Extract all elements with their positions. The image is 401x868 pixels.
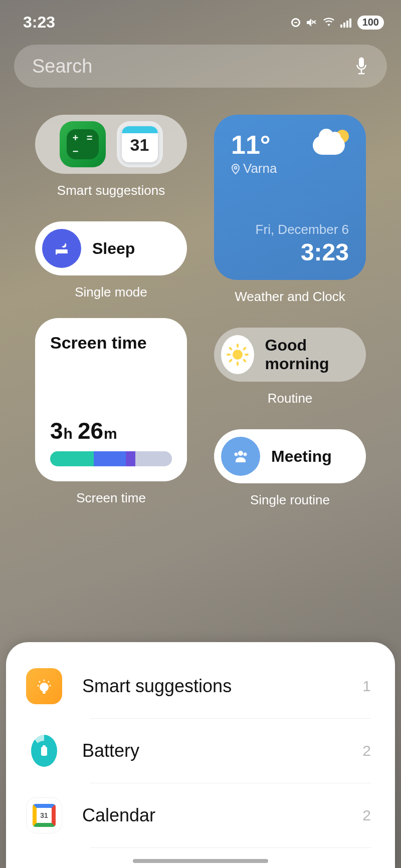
svg-rect-3 xyxy=(349,19,351,28)
mute-icon xyxy=(305,17,317,29)
svg-point-19 xyxy=(38,685,39,687)
status-icons: 100 xyxy=(291,16,384,30)
widget-list-sheet[interactable]: Smart suggestions 1 Battery 2 31 Calenda… xyxy=(6,642,395,868)
routine-label-text: Good morning xyxy=(265,336,358,373)
screen-time-title: Screen time xyxy=(50,333,172,353)
svg-point-16 xyxy=(44,680,45,681)
people-icon xyxy=(221,437,260,476)
svg-rect-8 xyxy=(56,249,57,254)
search-placeholder: Search xyxy=(32,56,92,77)
calendar-day: 31 xyxy=(122,135,158,155)
calendar-app-icon[interactable]: 31 xyxy=(117,121,163,167)
signal-icon xyxy=(340,18,352,28)
mic-icon[interactable] xyxy=(354,56,369,76)
weather-clock-label: Weather and Clock xyxy=(214,289,366,305)
list-item-battery[interactable]: Battery 2 xyxy=(6,719,395,783)
single-mode-label: Single mode xyxy=(35,284,187,300)
screen-time-widget[interactable]: Screen time 3h26m xyxy=(35,318,187,481)
svg-rect-0 xyxy=(340,25,342,28)
list-item-calendar[interactable]: 31 Calendar 2 xyxy=(6,783,395,847)
google-calendar-icon: 31 xyxy=(26,797,62,833)
svg-point-20 xyxy=(50,685,51,687)
sun-icon xyxy=(221,335,254,374)
list-item-count: 2 xyxy=(362,742,371,759)
list-item-count: 2 xyxy=(362,807,371,824)
battery-pill: 100 xyxy=(357,16,384,30)
weather-date: Fri, December 6 xyxy=(231,222,349,237)
svg-point-18 xyxy=(48,681,50,683)
status-time: 3:23 xyxy=(23,13,55,32)
partly-cloudy-icon xyxy=(313,130,349,155)
list-item-count: 1 xyxy=(362,678,371,695)
list-item-name: Battery xyxy=(82,740,362,761)
list-item-name: Smart suggestions xyxy=(82,676,362,697)
svg-rect-21 xyxy=(41,747,47,756)
list-item-name: Calendar xyxy=(82,805,362,826)
svg-point-12 xyxy=(235,453,238,456)
svg-point-10 xyxy=(235,166,237,169)
svg-rect-4 xyxy=(359,58,364,68)
screen-time-bar xyxy=(50,451,172,466)
svg-rect-1 xyxy=(343,23,345,28)
screen-time-value: 3h26m xyxy=(50,417,172,444)
meeting-label: Meeting xyxy=(271,447,332,466)
smart-suggestions-label: Smart suggestions xyxy=(35,183,187,198)
svg-rect-2 xyxy=(346,21,348,28)
sleep-icon xyxy=(42,229,81,268)
weather-temp: 11° xyxy=(231,130,277,160)
dnd-icon xyxy=(291,18,300,27)
weather-location: Varna xyxy=(231,161,277,176)
svg-rect-6 xyxy=(358,73,365,75)
svg-point-17 xyxy=(39,681,41,683)
search-bar[interactable]: Search xyxy=(14,45,387,88)
location-pin-icon xyxy=(231,163,240,174)
routine-widget[interactable]: Good morning xyxy=(214,328,366,382)
battery-circle-icon xyxy=(26,733,62,769)
screen-time-label: Screen time xyxy=(35,490,187,506)
routine-label: Routine xyxy=(214,391,366,406)
lightbulb-icon xyxy=(26,668,62,704)
widget-grid: +=− 31 Smart suggestions Sleep Single mo… xyxy=(0,88,401,522)
calculator-app-icon[interactable]: +=− xyxy=(60,121,106,167)
svg-rect-9 xyxy=(57,251,68,253)
svg-rect-5 xyxy=(361,69,362,73)
sleep-mode-widget[interactable]: Sleep xyxy=(35,221,187,275)
smart-suggestions-widget[interactable]: +=− 31 xyxy=(35,115,187,174)
single-routine-widget[interactable]: Meeting xyxy=(214,429,366,483)
svg-rect-15 xyxy=(43,691,46,694)
list-item-smart-suggestions[interactable]: Smart suggestions 1 xyxy=(6,654,395,718)
weather-clock-widget[interactable]: 11° Varna Fri, December 6 3:23 xyxy=(214,115,366,280)
svg-rect-22 xyxy=(43,745,46,747)
home-indicator[interactable] xyxy=(133,859,268,863)
svg-point-14 xyxy=(40,683,49,692)
wifi-icon xyxy=(322,17,335,28)
svg-point-13 xyxy=(244,453,247,456)
status-bar: 3:23 100 xyxy=(0,0,401,32)
svg-point-11 xyxy=(238,451,243,456)
svg-rect-7 xyxy=(56,249,68,251)
sleep-label: Sleep xyxy=(92,239,135,258)
weather-time: 3:23 xyxy=(231,238,349,266)
single-routine-label: Single routine xyxy=(214,492,366,508)
